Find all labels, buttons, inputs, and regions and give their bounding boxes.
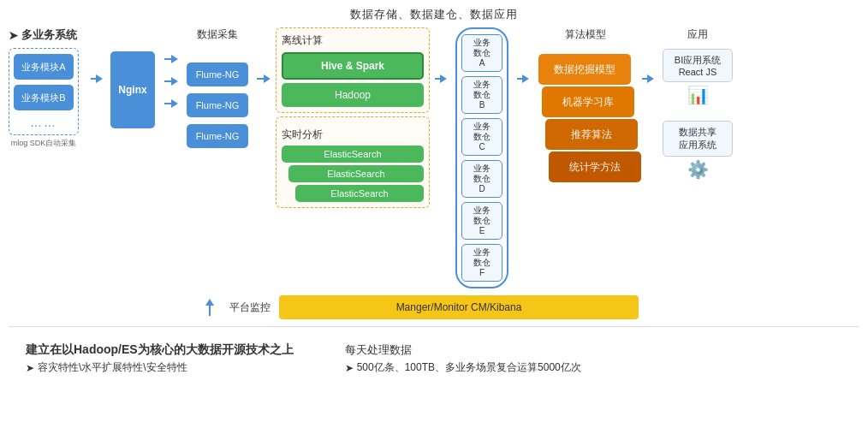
warehouse-f: 业务数仓F: [461, 244, 502, 282]
mlog-label: mlog SDK自动采集: [9, 138, 79, 149]
share-icon: ⚙️: [663, 159, 733, 180]
flume-ng-2: Flume-NG: [187, 93, 248, 117]
footer-divider: [9, 326, 859, 334]
compute-section: 离线计算 Hive & Spark Hadoop 实时分析 ElasticSea…: [276, 27, 430, 208]
algo-models-section: 算法模型 数据挖掘模型 机器学习库 推荐算法 统计学方法: [534, 27, 637, 191]
arrow-right-icon-footer2: ➤: [345, 362, 354, 374]
flume-to-offline-arrow: [257, 74, 271, 83]
app-share: 数据共享应用系统 ⚙️: [663, 121, 733, 180]
footer-right: 每天处理数据 ➤ 500亿条、100TB、多业务场景复合运算5000亿次: [345, 342, 581, 375]
hive-spark-box: Hive & Spark: [282, 52, 424, 80]
compute-to-warehouse-arrow: [435, 74, 447, 83]
data-collection-label: 数据采集: [197, 27, 238, 42]
top-title: 数据存储、数据建仓、数据应用: [9, 7, 859, 22]
warehouse-items: 业务数仓A 业务数仓B 业务数仓C 业务数仓D 业务数仓E 业务数仓F: [455, 27, 508, 288]
offline-box: 离线计算 Hive & Spark Hadoop: [276, 27, 430, 113]
flume-ng-3: Flume-NG: [187, 124, 248, 148]
warehouse-b: 业务数仓B: [461, 76, 502, 114]
biz-system-section: ➤ 多业务系统 业务模块A 业务模块B …… mlog SDK自动采集: [9, 27, 86, 149]
realtime-title: 实时分析: [282, 128, 424, 142]
applications-section: 应用 BI应用系统React JS 📊 数据共享应用系统 ⚙️: [659, 27, 736, 180]
algo-card-4: 统计学方法: [549, 152, 641, 182]
nginx-to-flume-arrows: [164, 51, 178, 108]
app-items: BI应用系统React JS 📊 数据共享应用系统 ⚙️: [663, 49, 733, 180]
nginx-section: Nginx: [108, 51, 158, 128]
data-collection-section: 数据采集 Flume-NG Flume-NG Flume-NG: [183, 27, 252, 148]
algo-card-1: 数据挖掘模型: [538, 54, 631, 85]
algo-card-3: 推荐算法: [545, 119, 638, 150]
arrow-right-icon: ➤: [9, 29, 18, 42]
offline-title: 离线计算: [282, 33, 424, 48]
platform-label: 平台监控: [229, 300, 271, 315]
app-share-label: 数据共享应用系统: [663, 121, 733, 157]
algo-to-app-arrow: [642, 74, 654, 83]
realtime-box: 实时分析 ElasticSearch ElasticSearch Elastic…: [276, 116, 430, 208]
up-arrow-monitor: [205, 299, 214, 316]
algo-title: 算法模型: [565, 27, 606, 42]
warehouse-a: 业务数仓A: [461, 34, 502, 72]
biz-modules-container: 业务模块A 业务模块B ……: [9, 48, 79, 135]
main-row: ➤ 多业务系统 业务模块A 业务模块B …… mlog SDK自动采集 Ngin…: [9, 27, 859, 288]
app-bi-label: BI应用系统React JS: [663, 49, 733, 82]
biz-system-title: ➤ 多业务系统: [9, 27, 77, 43]
footer-left-sub: ➤ 容灾特性\水平扩展特性\安全特性: [26, 360, 294, 375]
biz-module-b: 业务模块B: [14, 85, 74, 110]
biz-dots: ……: [14, 116, 74, 129]
elastic-2: ElasticSearch: [288, 165, 424, 182]
algo-card-2: 机器学习库: [542, 86, 634, 117]
algo-stack: 数据挖掘模型 机器学习库 推荐算法 统计学方法: [538, 54, 633, 191]
nginx-box: Nginx: [110, 51, 155, 128]
warehouse-c: 业务数仓C: [461, 118, 502, 156]
arrow-right-icon-footer: ➤: [26, 362, 34, 374]
arrow-biz-to-nginx: [91, 74, 103, 83]
monitor-row: 平台监控 Manger/Monitor CM/Kibana: [9, 295, 859, 319]
monitor-bar: Manger/Monitor CM/Kibana: [279, 295, 639, 319]
elastic-3: ElasticSearch: [295, 185, 424, 202]
flume-ng-1: Flume-NG: [187, 62, 248, 86]
warehouse-to-algo-arrow: [517, 74, 529, 83]
warehouse-d: 业务数仓D: [461, 160, 502, 198]
footer-left: 建立在以Hadoop/ES为核心的大数据开源技术之上 ➤ 容灾特性\水平扩展特性…: [26, 342, 294, 375]
footer-right-main: 每天处理数据: [345, 342, 581, 358]
bi-icon: 📊: [663, 85, 733, 105]
footer-left-main: 建立在以Hadoop/ES为核心的大数据开源技术之上: [26, 342, 294, 358]
hadoop-box: Hadoop: [282, 83, 424, 107]
flume-list: Flume-NG Flume-NG Flume-NG: [187, 62, 248, 148]
app-bi: BI应用系统React JS 📊: [663, 49, 733, 105]
warehouse-e: 业务数仓E: [461, 202, 502, 240]
footer-right-sub: ➤ 500亿条、100TB、多业务场景复合运算5000亿次: [345, 360, 581, 375]
biz-module-a: 业务模块A: [14, 54, 74, 80]
footer-summary: 建立在以Hadoop/ES为核心的大数据开源技术之上 ➤ 容灾特性\水平扩展特性…: [9, 342, 859, 375]
app-title: 应用: [687, 27, 708, 42]
elastic-1: ElasticSearch: [282, 146, 424, 163]
main-diagram: 数据存储、数据建仓、数据应用 ➤ 多业务系统 业务模块A 业务模块B …… ml…: [0, 0, 868, 428]
data-warehouse-section: 业务数仓A 业务数仓B 业务数仓C 业务数仓D 业务数仓E 业务数仓F: [452, 27, 512, 288]
